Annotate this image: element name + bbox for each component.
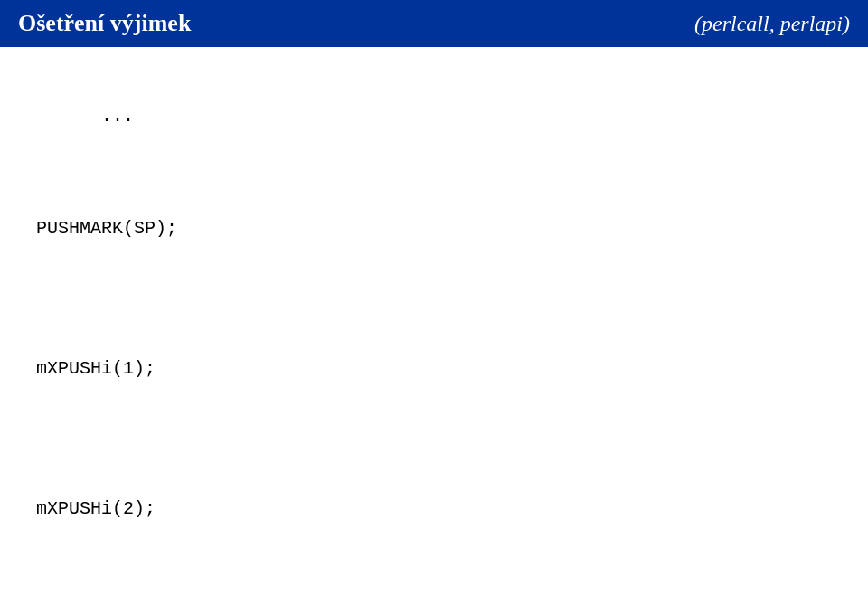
slide-header: Ošetření výjimek (perlcall, perlapi) <box>0 0 868 47</box>
slide-title: Ošetření výjimek <box>18 10 191 37</box>
code-line-2: mXPUSHi(1); <box>36 354 832 382</box>
slide-content: ... PUSHMARK(SP); mXPUSHi(1); mXPUSHi(2)… <box>0 47 868 595</box>
code-line-3: mXPUSHi(2); <box>36 495 832 523</box>
ellipsis-top: ... <box>101 106 134 127</box>
code-block: ... PUSHMARK(SP); mXPUSHi(1); mXPUSHi(2)… <box>36 74 832 595</box>
slide-subtitle: (perlcall, perlapi) <box>694 12 850 36</box>
code-line-1: PUSHMARK(SP); <box>36 214 832 242</box>
slide-container: Ošetření výjimek (perlcall, perlapi) ...… <box>0 0 868 595</box>
